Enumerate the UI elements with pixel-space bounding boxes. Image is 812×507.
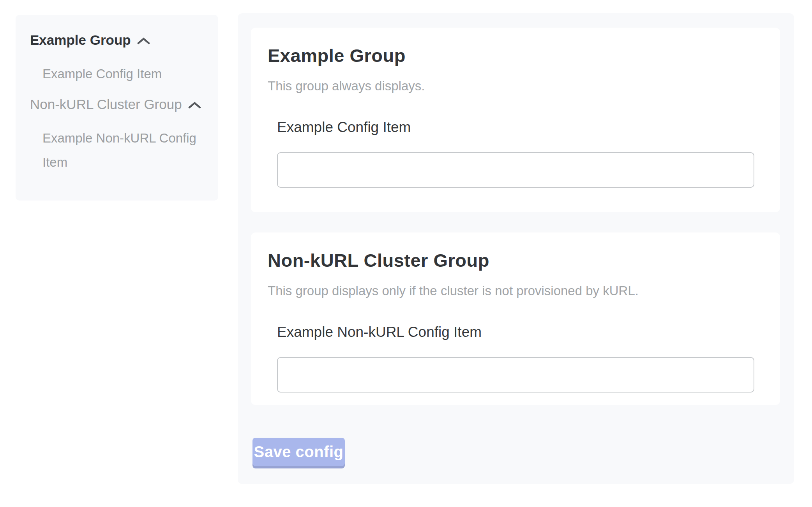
config-item-label: Example Non-kURL Config Item xyxy=(277,323,754,342)
sidebar-group-label: Non-kURL Cluster Group xyxy=(30,95,182,113)
sidebar-group-non-kurl-cluster-group[interactable]: Non-kURL Cluster Group xyxy=(30,95,207,113)
config-item: Example Config Item xyxy=(277,118,754,188)
sidebar-item-example-non-kurl-config-item[interactable]: Example Non-kURL Config Item xyxy=(42,126,203,174)
sidebar-group-example-group[interactable]: Example Group xyxy=(30,31,207,49)
group-description: This group displays only if the cluster … xyxy=(268,282,754,299)
config-page: Example Group Example Config Item Non-kU… xyxy=(0,0,812,507)
group-description: This group always displays. xyxy=(268,77,754,95)
example-non-kurl-config-item-input[interactable] xyxy=(277,357,754,393)
save-config-button[interactable]: Save config xyxy=(252,438,345,466)
sidebar-group-label: Example Group xyxy=(30,31,131,49)
chevron-up-icon[interactable] xyxy=(188,102,201,109)
group-title: Non-kURL Cluster Group xyxy=(268,248,754,273)
config-item-label: Example Config Item xyxy=(277,118,754,137)
config-group-card-non-kurl-cluster-group: Non-kURL Cluster Group This group displa… xyxy=(251,232,780,405)
config-item: Example Non-kURL Config Item xyxy=(277,323,754,393)
sidebar-item-example-config-item[interactable]: Example Config Item xyxy=(42,62,207,86)
config-sidebar: Example Group Example Config Item Non-kU… xyxy=(16,15,218,201)
config-main-area: Example Group This group always displays… xyxy=(238,13,794,484)
chevron-up-icon[interactable] xyxy=(137,37,150,44)
group-title: Example Group xyxy=(268,44,754,68)
example-config-item-input[interactable] xyxy=(277,152,754,188)
config-group-card-example-group: Example Group This group always displays… xyxy=(251,28,780,212)
